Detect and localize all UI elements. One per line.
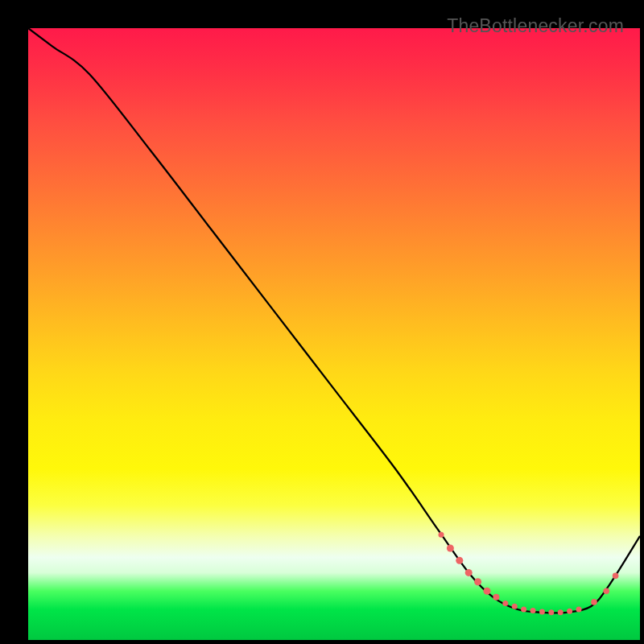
- marker-dot: [456, 557, 463, 564]
- marker-dot: [576, 607, 582, 613]
- chart-frame: TheBottlenecker.com: [12, 12, 632, 632]
- marker-dot: [558, 609, 564, 615]
- watermark-text: TheBottlenecker.com: [447, 15, 624, 37]
- marker-dot: [548, 609, 554, 615]
- marker-dot: [530, 608, 536, 613]
- marker-dot: [521, 607, 526, 613]
- marker-dot: [484, 588, 491, 595]
- marker-dot: [439, 532, 444, 538]
- marker-dot: [591, 599, 597, 605]
- plot-area: [28, 28, 640, 640]
- marker-group: [439, 532, 619, 616]
- marker-dot: [539, 609, 545, 615]
- bottleneck-curve: [28, 28, 640, 613]
- marker-dot: [502, 601, 508, 606]
- marker-dot: [493, 594, 499, 601]
- chart-svg: [28, 28, 640, 640]
- marker-dot: [465, 569, 473, 576]
- marker-dot: [512, 604, 518, 609]
- marker-dot: [447, 545, 454, 552]
- marker-dot: [474, 578, 481, 585]
- marker-dot: [567, 609, 572, 614]
- marker-dot: [603, 588, 609, 594]
- marker-dot: [613, 572, 619, 579]
